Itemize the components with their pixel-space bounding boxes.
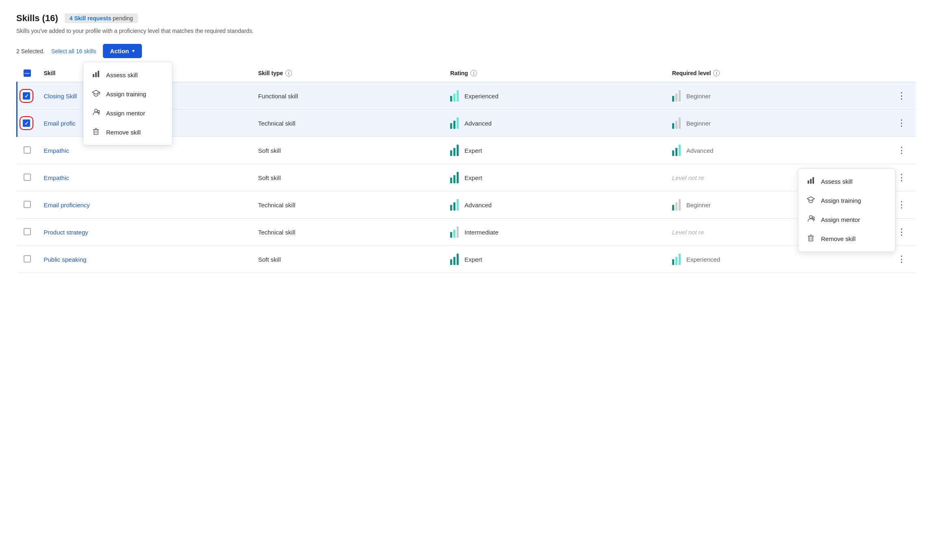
svg-rect-18 bbox=[809, 236, 813, 241]
required-level-text: Beginner bbox=[686, 120, 711, 127]
required-level-info-icon[interactable]: i bbox=[713, 70, 720, 76]
rating-cell: Experienced bbox=[444, 82, 665, 110]
checkbox-cell bbox=[17, 137, 37, 164]
col-header-required-level: Required level i bbox=[666, 65, 887, 82]
rating-text: Experienced bbox=[464, 93, 498, 100]
svg-marker-15 bbox=[807, 197, 814, 201]
select-all-link[interactable]: Select all 16 skills bbox=[51, 48, 96, 54]
row-actions-button[interactable]: ⋮ bbox=[894, 226, 909, 238]
skill-type-cell: Soft skill bbox=[252, 246, 444, 273]
row-actions-button[interactable]: ⋮ bbox=[894, 90, 909, 102]
required-level-text: Advanced bbox=[686, 147, 714, 154]
checkbox-cell bbox=[17, 164, 37, 191]
actions-cell: ⋮ bbox=[887, 137, 916, 164]
svg-rect-14 bbox=[812, 177, 814, 184]
required-level-bars bbox=[672, 145, 681, 156]
dropdown-item-remove[interactable]: Remove skill bbox=[83, 123, 172, 142]
skill-name-link[interactable]: Email profic bbox=[44, 120, 76, 127]
skill-type-cell: Technical skill bbox=[252, 110, 444, 137]
svg-point-6 bbox=[98, 111, 100, 113]
col-skill-label: Skill bbox=[44, 70, 56, 76]
dropdown-item-training[interactable]: Assign training bbox=[83, 85, 172, 104]
required-level-value: Experienced bbox=[672, 254, 881, 265]
rating-bars bbox=[450, 226, 459, 238]
actions-cell: ⋮ bbox=[887, 110, 916, 137]
row-dropdown-item-mentor[interactable]: Assign mentor bbox=[798, 210, 895, 229]
skill-name-link[interactable]: Product strategy bbox=[44, 229, 88, 236]
skill-name-link[interactable]: Email proficiency bbox=[44, 202, 90, 208]
pending-text: pending bbox=[113, 15, 133, 22]
rating-info-icon[interactable]: i bbox=[470, 70, 477, 76]
row-actions-button[interactable]: ⋮ bbox=[894, 253, 909, 265]
row-dropdown-item-remove[interactable]: Remove skill bbox=[798, 229, 895, 248]
checkbox-unchecked[interactable] bbox=[24, 228, 31, 235]
row-actions-button[interactable]: ⋮ bbox=[894, 144, 909, 156]
skill-name-link[interactable]: Closing Skill bbox=[44, 93, 77, 100]
table-row: EmpathicSoft skill Expert Level not re⋮ … bbox=[17, 164, 916, 191]
checkbox-unchecked[interactable] bbox=[24, 146, 31, 154]
trash-icon bbox=[91, 127, 100, 137]
actions-cell: ⋮ Assess skill Assign training Assign me… bbox=[887, 164, 916, 191]
skill-type-cell: Soft skill bbox=[252, 164, 444, 191]
pending-badge: 4 Skill requests pending bbox=[65, 13, 138, 23]
row-actions-button[interactable]: ⋮ bbox=[894, 199, 909, 211]
required-level-value: Advanced bbox=[672, 145, 881, 156]
required-level-cell: Beginner bbox=[666, 82, 887, 110]
required-level-bars bbox=[672, 90, 681, 102]
rating-bars bbox=[450, 117, 459, 129]
checkbox-unchecked[interactable] bbox=[24, 255, 31, 263]
table-row: Email proficiencyTechnical skill Advance… bbox=[17, 191, 916, 219]
required-level-value: Beginner bbox=[672, 90, 881, 102]
assign-mentor-label: Assign mentor bbox=[106, 110, 145, 117]
rating-text: Expert bbox=[464, 256, 482, 263]
action-button[interactable]: Action ▾ bbox=[103, 44, 142, 58]
checkbox-checked[interactable] bbox=[23, 119, 30, 127]
skill-type-info-icon[interactable]: i bbox=[285, 70, 292, 76]
cap-icon bbox=[806, 195, 815, 206]
row-actions-button[interactable]: ⋮ bbox=[894, 117, 909, 129]
skill-name-link[interactable]: Public speaking bbox=[44, 256, 87, 263]
table-row: Public speakingSoft skill Expert Experie… bbox=[17, 246, 916, 273]
level-not-required-text: Level not re bbox=[672, 174, 704, 181]
required-level-text: Experienced bbox=[686, 256, 720, 263]
col-header-skill-type: Skill type i bbox=[252, 65, 444, 82]
dropdown-item-assess[interactable]: Assess skill bbox=[83, 65, 172, 85]
trash-icon bbox=[806, 234, 815, 244]
row-dropdown-item-assess[interactable]: Assess skill bbox=[798, 172, 895, 191]
rating-value: Experienced bbox=[450, 90, 659, 102]
skill-requests-link[interactable]: 4 Skill requests bbox=[70, 15, 111, 22]
rating-value: Intermediate bbox=[450, 226, 659, 238]
rating-cell: Expert bbox=[444, 137, 665, 164]
checkbox-checked[interactable] bbox=[23, 92, 30, 100]
col-skill-type-label: Skill type bbox=[258, 70, 283, 76]
checkbox-cell bbox=[17, 110, 37, 137]
toolbar: 2 Selected. Select all 16 skills Action … bbox=[16, 44, 916, 58]
svg-rect-2 bbox=[98, 71, 99, 77]
skill-name-cell: Public speaking bbox=[37, 246, 252, 273]
header-checkbox-icon[interactable] bbox=[24, 69, 31, 77]
assign-training-label: Assign training bbox=[106, 91, 146, 98]
checkbox-unchecked[interactable] bbox=[24, 201, 31, 208]
action-label: Action bbox=[110, 48, 129, 54]
skill-name-link[interactable]: Empathic bbox=[44, 147, 70, 154]
col-header-actions bbox=[887, 65, 916, 82]
rating-value: Advanced bbox=[450, 117, 659, 129]
required-level-bars bbox=[672, 117, 681, 129]
rating-cell: Expert bbox=[444, 246, 665, 273]
rating-text: Advanced bbox=[464, 120, 492, 127]
header-checkbox-cell bbox=[17, 65, 37, 82]
checkbox-cell bbox=[17, 219, 37, 246]
checkbox-cell bbox=[17, 246, 37, 273]
row-dropdown-item-training[interactable]: Assign training bbox=[798, 191, 895, 210]
rating-bars bbox=[450, 199, 459, 211]
col-required-level-label: Required level bbox=[672, 70, 711, 76]
rating-bars bbox=[450, 254, 459, 265]
rating-text: Intermediate bbox=[464, 229, 498, 236]
row-actions-button[interactable]: ⋮ bbox=[894, 171, 909, 184]
chart-icon bbox=[806, 176, 815, 187]
dropdown-item-mentor[interactable]: Assign mentor bbox=[83, 104, 172, 123]
skill-name-link[interactable]: Empathic bbox=[44, 174, 70, 181]
rating-text: Advanced bbox=[464, 202, 492, 208]
chart-icon bbox=[91, 70, 100, 80]
checkbox-unchecked[interactable] bbox=[24, 174, 31, 181]
